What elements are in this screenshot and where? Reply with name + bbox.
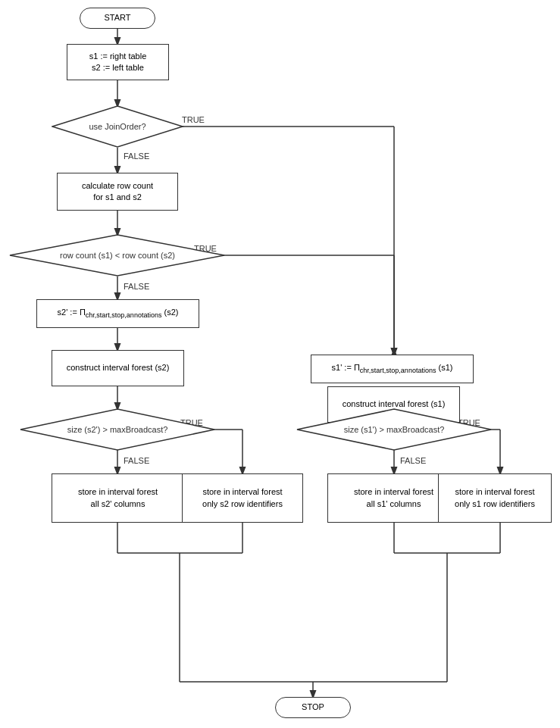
svg-text:size (s1') > maxBroadcast?: size (s1') > maxBroadcast? [344,425,445,434]
svg-text:row count (s1) < row count (s2: row count (s1) < row count (s2) [60,251,175,260]
stop-node: STOP [275,697,351,718]
svg-text:use JoinOrder?: use JoinOrder? [89,122,145,131]
proj-s2-node: s2' := Πchr,start,stop,annotations (s2) [36,299,199,328]
flowchart-diagram: TRUE FALSE TRUE FALSE TRUE FALSE TRUE FA… [0,0,560,728]
store-all-s2-node: store in interval forest all s2' columns [52,473,184,523]
rowcount-cmp-node: row count (s1) < row count (s2) [9,233,226,277]
size-s2-node: size (s2') > maxBroadcast? [19,408,216,451]
svg-text:size (s2') > maxBroadcast?: size (s2') > maxBroadcast? [67,425,168,434]
size-s1-node: size (s1') > maxBroadcast? [296,408,493,451]
store-id-s1-node: store in interval forest only s1 row ide… [438,473,552,523]
start-node: START [80,8,155,29]
use-joinorder-node: use JoinOrder? [52,105,184,148]
construct-s2-node: construct interval forest (s2) [52,350,184,386]
proj-s1-node: s1' := Πchr,start,stop,annotations (s1) [311,355,474,383]
calc-rowcount-node: calculate row count for s1 and s2 [57,173,178,211]
store-id-s2-node: store in interval forest only s2 row ide… [182,473,303,523]
assign-node: s1 := right table s2 := left table [67,44,169,80]
